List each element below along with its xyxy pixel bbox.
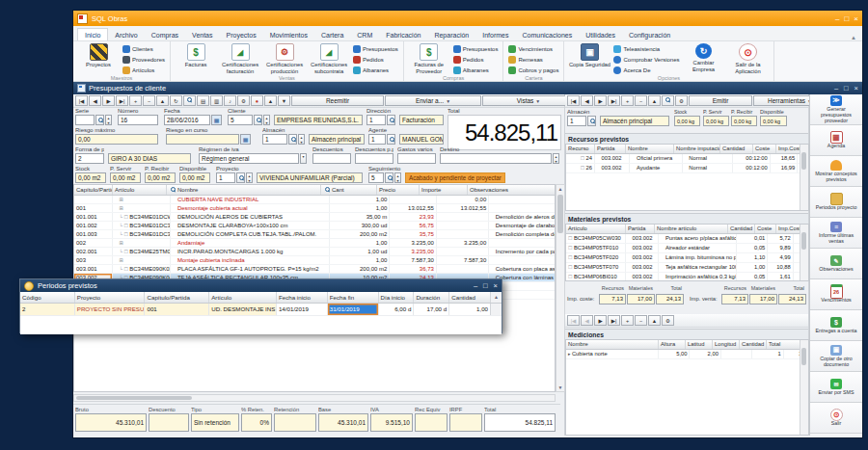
menu-tab[interactable]: Comunicaciones — [515, 29, 579, 40]
almacen-lookup-icon[interactable] — [587, 116, 596, 126]
regimen-dropdown-icon[interactable]: ▾ — [300, 153, 307, 164]
dialog-minimize-icon[interactable]: – — [474, 281, 477, 290]
ribbon-small-button[interactable]: Comprobar Versiones — [613, 54, 679, 65]
ribbon-big-button[interactable]: Proyectos — [76, 42, 121, 68]
seguimiento-code-field[interactable]: 5 — [368, 172, 384, 183]
ribbon-big-button[interactable]: Certificaciones subcontrata — [307, 42, 351, 74]
budget-window-titlebar[interactable]: Presupuestos de cliente – □ × — [73, 82, 862, 94]
agente-code-field[interactable]: 1 — [368, 134, 386, 145]
direccion-code-field[interactable]: 1 — [366, 115, 386, 125]
numero-field[interactable]: 16 — [118, 115, 158, 125]
table-row[interactable]: 001.002 BC34ME01DC3040 DESMONTAJE CLARAB… — [74, 222, 555, 230]
almacen-code-field[interactable]: 1 — [262, 134, 287, 145]
grid-horizontal-scrollbar[interactable] — [73, 394, 556, 402]
ribbon-small-button[interactable]: Cobros y pagos — [508, 65, 558, 75]
reemitir-button[interactable]: Reemitir — [291, 95, 384, 106]
almacen-lookup-icon[interactable] — [288, 134, 297, 145]
destino-spinner[interactable]: ▴▾ — [553, 153, 559, 164]
header-precio[interactable]: Precio — [377, 185, 420, 195]
menu-tab[interactable]: Configuración — [622, 29, 677, 40]
search-button[interactable] — [662, 95, 674, 106]
edit-record-button[interactable]: ▲ — [648, 315, 661, 326]
ribbon-small-button[interactable]: Pedidos — [353, 54, 398, 65]
sidebar-button[interactable]: Salir — [810, 403, 862, 434]
ribbon-small-button[interactable]: Remesas — [508, 54, 558, 65]
scroll-up-icon[interactable]: ▲ — [556, 186, 564, 192]
proyecto-spinner[interactable]: ▴▾ — [246, 172, 253, 183]
ribbon-small-button[interactable]: Presupuestos — [353, 43, 398, 54]
table-row[interactable]: 001.001 BC34ME01DCW020 DEMOLICIÓN ALEROS… — [74, 213, 555, 222]
ribbon-small-button[interactable]: Teleasistencia — [613, 43, 679, 54]
delete-record-button[interactable]: − — [635, 315, 647, 326]
table-row[interactable]: BC34MP05TF020 003.002 Lámina imp. bitumi… — [566, 253, 808, 263]
sidebar-button[interactable]: Enviar por SMS — [810, 372, 862, 403]
notes-button[interactable]: ♪ — [224, 95, 236, 106]
calendar-icon[interactable]: ▦ — [211, 115, 222, 125]
header-nombre[interactable]: Nombre — [167, 185, 321, 195]
sidebar-button[interactable]: Agenda — [810, 125, 862, 156]
ribbon-small-button[interactable]: Clientes — [122, 43, 165, 54]
header-cant[interactable]: Cant — [321, 185, 377, 195]
dialog-scroll-up-icon[interactable]: ▲ — [490, 292, 502, 303]
header-observaciones[interactable]: Observaciones — [468, 185, 547, 195]
menu-tab[interactable]: CRM — [350, 29, 379, 40]
proyecto-code-field[interactable]: 1 — [216, 172, 235, 183]
nav-next-button[interactable]: ▶ — [102, 95, 115, 106]
header-capitulo[interactable]: Capítulo/Partida — [74, 185, 113, 195]
add-record-button[interactable]: + — [621, 315, 634, 326]
ribbon-big-button[interactable]: Facturas de Proveedor — [407, 42, 451, 74]
add-record-button[interactable]: + — [129, 95, 142, 106]
ribbon-big-button[interactable]: Certificaciones producción — [262, 42, 307, 74]
add-record-button[interactable]: + — [621, 95, 634, 106]
ribbon-big-button-cambiar-empresa[interactable]: Cambiar Empresa — [682, 42, 726, 72]
table-row[interactable]: BC34MP05TF070 003.002 Teja asfáltica rec… — [566, 263, 808, 273]
cliente-lookup-icon[interactable] — [254, 115, 262, 125]
fecha-field[interactable]: 28/06/2016 — [164, 115, 210, 125]
ribbon-small-button[interactable]: Albaranes — [453, 65, 499, 75]
delete-record-button[interactable]: − — [635, 95, 647, 106]
search-icon[interactable] — [323, 185, 330, 195]
menu-tab[interactable]: Proyectos — [220, 29, 263, 40]
nav-prev-button[interactable]: ◀ — [581, 95, 593, 106]
header-importe[interactable]: Importe — [420, 185, 468, 195]
grid-vertical-scrollbar[interactable]: ▲ ▼ — [556, 184, 565, 392]
ribbon-small-button[interactable]: Vencimientos — [508, 43, 558, 54]
table-row[interactable]: 002.001 BC34ME25TM020 INCR.PARAD.MONTACA… — [74, 248, 555, 256]
serie-spinner[interactable]: ▴▾ — [105, 115, 112, 125]
nav-next-button[interactable]: ▶ — [594, 95, 607, 106]
sort-desc-button[interactable]: ▼ — [278, 95, 290, 106]
ribbon-small-button[interactable]: Pedidos — [453, 54, 499, 65]
emitir-button[interactable]: Emitir — [689, 95, 752, 106]
menu-tab[interactable]: Utilidades — [579, 29, 622, 40]
serie-field[interactable] — [75, 115, 95, 125]
table-row[interactable]: 002 Andamiaje 1,00 3.235,00 3.235,00 — [74, 239, 555, 248]
dialog-titlebar[interactable]: Periodos previstos – □ × — [20, 279, 502, 292]
minimize-icon[interactable]: – — [835, 14, 839, 23]
descuentos-pp-field[interactable] — [355, 153, 393, 164]
menu-tab[interactable]: Compras — [145, 29, 185, 40]
cell-fecha-fin-selected[interactable]: 31/01/2019 — [328, 304, 379, 315]
scrollbar-thumb[interactable] — [557, 195, 563, 233]
sidebar-button[interactable]: Informe últimas ventas — [810, 218, 862, 249]
forma-pago-code-field[interactable]: 2 — [75, 153, 104, 164]
table-row[interactable]: BC34MP05TF010 003.002 Aireador estándar … — [566, 244, 808, 253]
ribbon-big-button[interactable]: Certificaciones facturación — [218, 42, 262, 74]
nav-prev-button[interactable]: ◀ — [89, 95, 101, 106]
almacen-spinner[interactable]: ▴▾ — [298, 134, 305, 145]
settings-button[interactable]: ⚙ — [237, 95, 250, 106]
ribbon-collapse-icon[interactable]: ▲ — [851, 35, 858, 40]
sidebar-button[interactable]: Copiar de otro documento — [810, 341, 862, 372]
settings-button[interactable]: ⚙ — [662, 315, 674, 326]
table-row[interactable]: 001 Desmontaje cubierta actual 1,00 13.0… — [74, 204, 555, 213]
child-minimize-icon[interactable]: – — [834, 84, 838, 93]
vistas-button[interactable]: Vistas▼ — [482, 95, 575, 106]
ribbon-big-button[interactable]: Facturas — [174, 42, 218, 74]
sidebar-button[interactable]: Periodos proyecto — [810, 187, 862, 218]
ribbon-big-button-copia-seguridad[interactable]: Copia Seguridad — [567, 42, 611, 68]
mediciones-scrollbar[interactable] — [800, 340, 808, 435]
calculator-icon[interactable]: ▦ — [240, 134, 251, 145]
cliente-spinner[interactable]: ▴▾ — [263, 115, 270, 125]
refresh-button[interactable]: ↻ — [170, 95, 182, 106]
seguimiento-spinner[interactable]: ▴▾ — [394, 172, 401, 183]
table-row[interactable]: 003.001 BC34ME090K020 PLACA ASFÁLTICA GF… — [74, 265, 555, 274]
